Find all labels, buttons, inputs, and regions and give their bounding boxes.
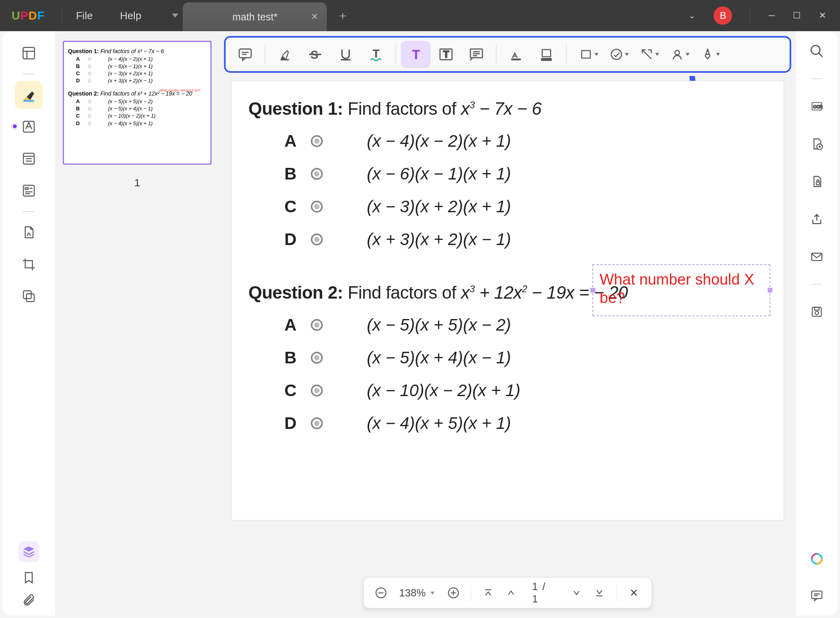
ai-icon[interactable] — [806, 548, 827, 569]
page-setup-icon[interactable] — [806, 134, 827, 154]
svg-line-47 — [819, 53, 823, 57]
edit-text-icon[interactable] — [15, 113, 43, 141]
option-expr: (x − 3)(x + 2)(x + 1) — [367, 197, 511, 216]
close-button[interactable]: ✕ — [819, 10, 826, 21]
page-tool-icon[interactable] — [15, 218, 43, 246]
radio-icon[interactable] — [311, 233, 323, 245]
svg-rect-56 — [812, 591, 822, 598]
close-nav-button[interactable]: ✕ — [626, 584, 642, 602]
option-row: D(x + 3)(x + 2)(x − 1) — [284, 230, 767, 249]
user-avatar[interactable]: B — [714, 6, 732, 25]
save-icon[interactable] — [806, 301, 827, 322]
thumb-opt-letter: D — [76, 77, 83, 84]
separator — [23, 74, 35, 74]
svg-point-46 — [811, 46, 820, 54]
annotation-toolbar: S T T T — [224, 36, 791, 73]
option-row: C(x − 10)(x − 2)(x + 1) — [284, 381, 767, 400]
radio-icon[interactable] — [311, 168, 323, 180]
last-page-button[interactable] — [591, 584, 608, 602]
sidebar-icon[interactable] — [15, 145, 43, 173]
text-annotation[interactable]: What number should X be? — [592, 264, 770, 316]
tab-close-icon[interactable]: ✕ — [311, 12, 318, 22]
titlebar: UPDF File Help math test* ✕ ＋ ⌄ B ─ ☐ ✕ — [0, 0, 840, 31]
radio-icon[interactable] — [311, 201, 323, 213]
radio-icon — [88, 72, 91, 75]
underline-icon[interactable] — [331, 41, 360, 68]
zoom-in-button[interactable] — [445, 584, 462, 602]
rectangle-icon[interactable] — [571, 41, 601, 68]
minimize-button[interactable]: ─ — [768, 10, 775, 21]
separator — [496, 45, 496, 64]
separator — [566, 45, 566, 64]
page-indicator[interactable]: 1 / 1 — [525, 580, 562, 605]
radio-icon[interactable] — [311, 135, 323, 147]
new-tab-button[interactable]: ＋ — [336, 8, 350, 23]
radio-icon[interactable] — [311, 417, 323, 429]
form-icon[interactable] — [15, 177, 43, 205]
svg-point-36 — [611, 49, 622, 60]
area-highlight-icon[interactable] — [532, 41, 561, 68]
typewriter-icon[interactable]: T — [401, 41, 430, 68]
highlighter-icon[interactable] — [15, 81, 43, 109]
link-icon[interactable] — [632, 41, 662, 68]
next-page-button[interactable] — [568, 584, 585, 602]
thumbnails-icon[interactable] — [15, 39, 43, 67]
chevron-down-icon[interactable]: ⌄ — [688, 10, 696, 21]
document-viewport[interactable]: Question 1: Find factors of x3 − 7x − 6 … — [219, 76, 796, 616]
radio-icon[interactable] — [311, 352, 323, 364]
thumb-opt-letter: B — [76, 105, 83, 112]
svg-rect-4 — [24, 100, 34, 102]
radio-icon — [88, 79, 91, 82]
callout-icon[interactable] — [462, 41, 491, 68]
radio-icon[interactable] — [311, 319, 323, 331]
mail-icon[interactable] — [806, 246, 827, 267]
option-letter: C — [284, 381, 311, 400]
tab-list-dropdown[interactable] — [168, 0, 183, 31]
thumb-opt-letter: A — [76, 56, 83, 63]
highlight-icon[interactable] — [270, 41, 300, 68]
menu-help[interactable]: Help — [120, 10, 141, 22]
ocr-icon[interactable]: OCR — [806, 96, 827, 117]
page-thumbnail[interactable]: Question 1: Find factors of x³ − 7x − 6 … — [63, 41, 212, 165]
comment-icon[interactable] — [230, 41, 260, 68]
svg-rect-17 — [239, 49, 251, 58]
zoom-out-button[interactable] — [373, 584, 390, 602]
bookmark-icon[interactable] — [22, 571, 36, 584]
maximize-button[interactable]: ☐ — [793, 10, 801, 21]
squiggly-icon[interactable]: T — [361, 41, 391, 68]
strikethrough-icon[interactable]: S — [300, 41, 330, 68]
radio-icon — [88, 107, 91, 110]
prev-page-button[interactable] — [502, 584, 519, 602]
textbox-icon[interactable]: T — [431, 41, 461, 68]
lock-icon[interactable] — [806, 171, 827, 192]
search-icon[interactable] — [806, 41, 827, 62]
thumbnail-page-number: 1 — [134, 177, 140, 189]
document-tab[interactable]: math test* ✕ — [183, 2, 327, 31]
separator — [265, 45, 265, 64]
share-icon[interactable] — [806, 209, 827, 229]
thumb-opt-expr: (x − 5)(x + 4)(x − 1) — [108, 105, 153, 112]
svg-point-54 — [815, 311, 819, 315]
svg-rect-15 — [24, 291, 32, 299]
svg-marker-0 — [172, 14, 178, 18]
thumb-opt-letter: D — [76, 120, 83, 127]
layers-icon[interactable] — [18, 541, 39, 562]
pencil-icon[interactable] — [693, 41, 722, 68]
separator — [471, 585, 471, 601]
radio-icon[interactable] — [311, 385, 323, 397]
comment-panel-icon[interactable] — [806, 585, 827, 606]
compare-icon[interactable] — [15, 282, 43, 310]
thumb-opt-expr: (x − 4)(x + 5)(x + 1) — [108, 120, 153, 127]
option-row: B(x − 5)(x + 4)(x − 1) — [284, 348, 767, 367]
text-highlight-icon[interactable] — [501, 41, 531, 68]
menu-file[interactable]: File — [76, 10, 93, 22]
svg-text:T: T — [443, 49, 449, 60]
thumb-opt-letter: C — [76, 70, 83, 77]
first-page-button[interactable] — [480, 584, 497, 602]
chevron-down-icon[interactable]: ▼ — [430, 590, 435, 596]
crop-icon[interactable] — [15, 250, 43, 278]
attachment-icon[interactable] — [22, 593, 36, 607]
stamp-icon[interactable] — [602, 41, 631, 68]
signature-icon[interactable] — [662, 41, 692, 68]
zoom-level[interactable]: 138%▼ — [395, 587, 439, 599]
